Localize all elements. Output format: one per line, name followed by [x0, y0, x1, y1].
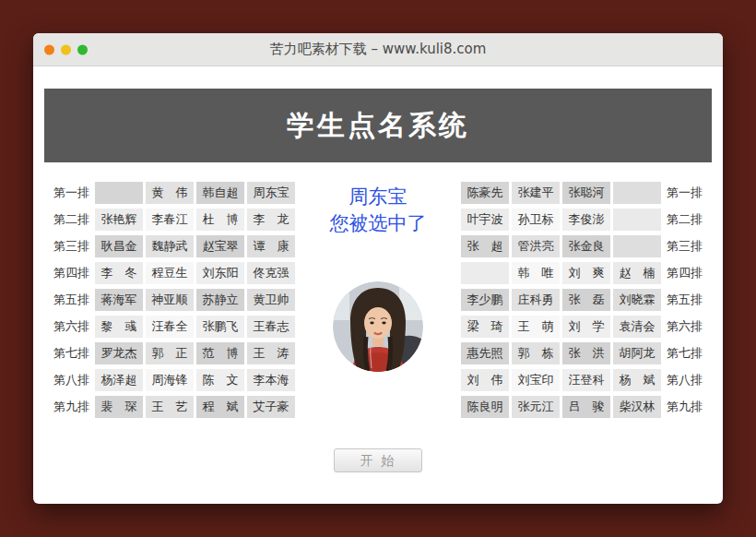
roster-row: 陈良明张元江吕 骏柴汉林第九排 — [461, 396, 703, 418]
app-window: 苦力吧素材下载 – www.kuli8.com 学生点名系统 第一排黄 伟韩自超… — [33, 33, 723, 504]
student-name-cell: 裴 琛 — [95, 396, 143, 418]
student-name-cell: 管洪亮 — [512, 235, 560, 257]
student-name-cell: 耿昌金 — [95, 235, 143, 257]
row-label: 第三排 — [664, 235, 703, 257]
student-name-cell: 张 磊 — [562, 289, 610, 311]
student-name-cell: 蒋海军 — [95, 289, 143, 311]
student-name-cell: 艾子豪 — [247, 396, 295, 418]
student-name-cell: 神亚顺 — [146, 289, 194, 311]
student-name-cell: 梁 琦 — [461, 316, 509, 338]
row-label: 第一排 — [664, 182, 703, 204]
student-name-cell: 程 斌 — [196, 396, 244, 418]
roster-row: 李少鹏庄科勇张 磊刘晓霖第五排 — [461, 289, 703, 311]
row-label: 第三排 — [53, 235, 92, 257]
roster-row: 第三排耿昌金魏静武赵宝翠谭 康 — [53, 235, 295, 257]
student-name-cell: 柴汉林 — [613, 396, 661, 418]
student-name-cell: 张 洪 — [562, 342, 610, 364]
student-avatar-illustration — [333, 281, 423, 372]
row-label: 第五排 — [53, 289, 92, 311]
roster-row: 惠先照郭 栋张 洪胡阿龙第七排 — [461, 342, 703, 364]
start-button[interactable]: 开 始 — [334, 448, 422, 472]
student-name-cell: 刘 伟 — [461, 369, 509, 391]
student-name-cell: 韩 唯 — [512, 262, 560, 284]
page-title: 学生点名系统 — [287, 107, 469, 145]
student-name-cell: 胡阿龙 — [613, 342, 661, 364]
selected-student-photo — [333, 281, 423, 372]
student-name-cell: 张元江 — [512, 396, 560, 418]
student-name-cell: 周海锋 — [146, 369, 194, 391]
content-area: 学生点名系统 第一排黄 伟韩自超周东宝第二排张艳辉李春江杜 博李 龙第三排耿昌金… — [33, 66, 723, 472]
empty-seat-cell — [613, 182, 661, 204]
student-name-cell: 杨 斌 — [613, 369, 661, 391]
student-name-cell: 李俊澎 — [562, 209, 610, 231]
student-name-cell: 王春志 — [247, 316, 295, 338]
student-name-cell: 惠先照 — [461, 342, 509, 364]
student-name-cell: 范 博 — [196, 342, 244, 364]
row-label: 第九排 — [664, 396, 703, 418]
right-roster-table: 陈豪先张建平张聪河第一排叶宇波孙卫标李俊澎第二排张 超管洪亮张金良第三排韩 唯刘… — [461, 182, 703, 423]
roster-row: 第一排黄 伟韩自超周东宝 — [53, 182, 295, 204]
student-name-cell: 赵 楠 — [613, 262, 661, 284]
roster-row: 张 超管洪亮张金良第三排 — [461, 235, 703, 257]
student-name-cell: 庄科勇 — [512, 289, 560, 311]
student-name-cell: 苏静立 — [196, 289, 244, 311]
row-label: 第二排 — [664, 209, 703, 231]
traffic-lights — [44, 44, 88, 54]
minimize-button[interactable] — [61, 44, 71, 54]
student-name-cell: 张建平 — [512, 182, 560, 204]
student-name-cell: 佟克强 — [247, 262, 295, 284]
student-name-cell: 孙卫标 — [512, 209, 560, 231]
student-name-cell: 程豆生 — [146, 262, 194, 284]
titlebar: 苦力吧素材下载 – www.kuli8.com — [33, 33, 723, 66]
student-name-cell: 王 艺 — [146, 396, 194, 418]
window-title: 苦力吧素材下载 – www.kuli8.com — [33, 33, 723, 66]
student-name-cell: 郭 正 — [146, 342, 194, 364]
student-name-cell: 刘宝印 — [512, 369, 560, 391]
roster-row: 韩 唯刘 爽赵 楠第四排 — [461, 262, 703, 284]
empty-seat-cell — [95, 182, 143, 204]
student-name-cell: 李 龙 — [247, 209, 295, 231]
student-name-cell: 谭 康 — [247, 235, 295, 257]
empty-seat-cell — [613, 209, 661, 231]
student-name-cell: 黄 伟 — [146, 182, 194, 204]
student-name-cell: 李本海 — [247, 369, 295, 391]
empty-seat-cell — [613, 235, 661, 257]
student-name-cell: 刘 学 — [562, 316, 610, 338]
student-name-cell: 张艳辉 — [95, 209, 143, 231]
zoom-button[interactable] — [77, 44, 88, 54]
roster-row: 第四排李 冬程豆生刘东阳佟克强 — [53, 262, 295, 284]
empty-seat-cell — [461, 262, 509, 284]
row-label: 第八排 — [53, 369, 92, 391]
student-name-cell: 张金良 — [562, 235, 610, 257]
student-name-cell: 李春江 — [146, 209, 194, 231]
roster-row: 第九排裴 琛王 艺程 斌艾子豪 — [53, 396, 295, 418]
student-name-cell: 张鹏飞 — [196, 316, 244, 338]
student-name-cell: 吕 骏 — [562, 396, 610, 418]
student-name-cell: 黎 彧 — [95, 316, 143, 338]
student-name-cell: 刘 爽 — [562, 262, 610, 284]
row-label: 第一排 — [53, 182, 92, 204]
student-name-cell: 周东宝 — [247, 182, 295, 204]
selected-student-name: 周东宝 — [349, 184, 408, 209]
student-name-cell: 王 涛 — [247, 342, 295, 364]
row-label: 第七排 — [53, 342, 92, 364]
student-name-cell: 陈豪先 — [461, 182, 509, 204]
student-name-cell: 王 萌 — [512, 316, 560, 338]
student-name-cell: 赵宝翠 — [196, 235, 244, 257]
row-label: 第八排 — [664, 369, 703, 391]
roster-row: 梁 琦王 萌刘 学袁清会第六排 — [461, 316, 703, 338]
row-label: 第九排 — [53, 396, 92, 418]
row-label: 第六排 — [664, 316, 703, 338]
row-label: 第四排 — [664, 262, 703, 284]
student-name-cell: 汪登科 — [562, 369, 610, 391]
row-label: 第二排 — [53, 209, 92, 231]
student-name-cell: 韩自超 — [196, 182, 244, 204]
student-name-cell: 刘晓霖 — [613, 289, 661, 311]
student-name-cell: 叶宇波 — [461, 209, 509, 231]
student-name-cell: 魏静武 — [146, 235, 194, 257]
row-label: 第四排 — [53, 262, 92, 284]
student-name-cell: 李 冬 — [95, 262, 143, 284]
close-button[interactable] — [44, 44, 54, 54]
row-label: 第五排 — [664, 289, 703, 311]
row-label: 第七排 — [664, 342, 703, 364]
